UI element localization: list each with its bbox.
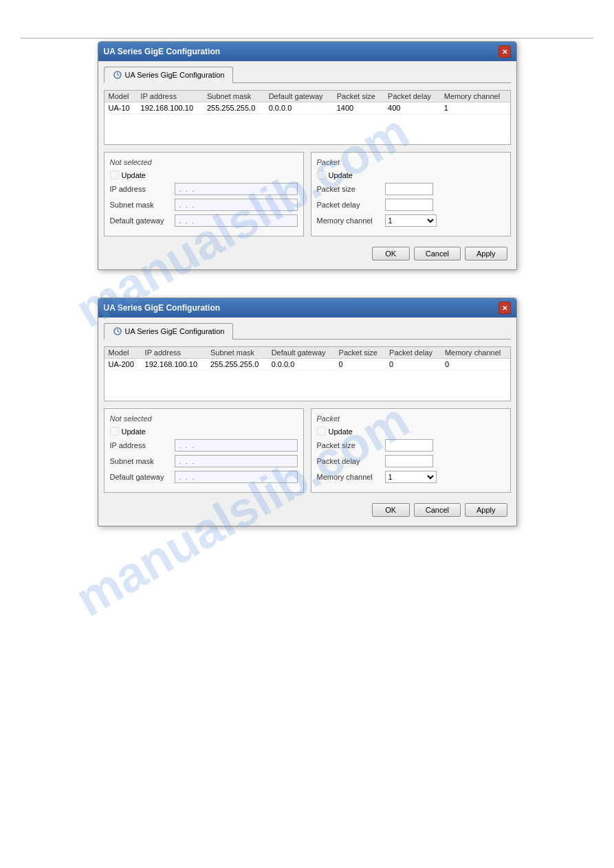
dialog2-table-container: Model IP address Subnet mask Default gat… [104,346,511,401]
dialog2-right-title: Packet [317,414,505,423]
dialog1-right-update-checkbox[interactable] [317,170,326,179]
dialog1-table: Model IP address Subnet mask Default gat… [105,91,510,114]
col-subnet: Subnet mask [203,91,265,102]
dialog1-ip-input[interactable] [175,183,298,195]
dialog1-apply-button[interactable]: Apply [465,247,507,260]
dialog2: UA Series GigE Configuration ✕ UA Series… [98,298,517,526]
dialog2-subnet-row: Subnet mask [110,455,298,467]
dialog1-packet-size-row: Packet size [317,183,505,195]
dialog2-left-title: Not selected [110,414,298,423]
dialog1-title-text: UA Series GigE Configuration [104,47,221,56]
config-icon-2 [113,326,122,336]
dialog1-left-update-checkbox[interactable] [110,170,119,179]
dialog1-right-title: Packet [317,158,505,166]
dialog2-subnet-label: Subnet mask [110,457,172,465]
col2-packet-size: Packet size [335,347,386,359]
top-divider [21,38,593,38]
dialog1-cancel-button[interactable]: Cancel [414,247,461,260]
dialog2-ip-label: IP address [110,441,172,449]
dialog1-subnet-row: Subnet mask [110,199,298,211]
dialog1-left-section: Not selected Update IP address Subnet ma… [104,152,304,236]
dialog1-memory-label: Memory channel [317,216,382,225]
col-gateway: Default gateway [265,91,333,102]
dialog1-packet-size-input[interactable] [385,183,433,195]
dialog1-subnet-input[interactable] [175,199,298,211]
dialog2-ok-button[interactable]: OK [372,503,410,517]
dialog2-title-text: UA Series GigE Configuration [104,303,221,313]
dialog1-packet-delay-label: Packet delay [317,201,382,209]
col2-model: Model [105,347,141,359]
dialog2-titlebar: UA Series GigE Configuration ✕ [98,298,516,318]
dialog1-form-area: Not selected Update IP address Subnet ma… [104,152,511,236]
dialog2-tab-strip: UA Series GigE Configuration [104,323,511,340]
col2-ip: IP address [141,347,206,359]
dialog1-subnet-label: Subnet mask [110,201,172,209]
dialog2-right-update-checkbox[interactable] [317,427,326,436]
table-row[interactable]: UA-200192.168.100.10255.255.255.00.0.0.0… [105,359,510,370]
dialog2-subnet-input[interactable] [175,455,298,467]
col-packet-size: Packet size [333,91,384,102]
dialog2-memory-select[interactable]: 1 2 3 4 [385,471,437,483]
dialog1-table-container: Model IP address Subnet mask Default gat… [104,90,511,145]
dialog2-button-row: OK Cancel Apply [104,500,511,520]
dialog2-gateway-input[interactable] [175,471,298,483]
dialog2-memory-row: Memory channel 1 2 3 4 [317,471,505,483]
dialog2-table: Model IP address Subnet mask Default gat… [105,347,510,370]
dialog2-right-section: Packet Update Packet size Packet delay [311,408,511,493]
col2-gateway: Default gateway [267,347,335,359]
dialog2-left-update-label: Update [122,427,146,436]
dialog2-close-button[interactable]: ✕ [498,302,511,314]
dialog1-packet-size-label: Packet size [317,185,382,193]
dialog1-body: UA Series GigE Configuration Model IP ad… [98,61,516,269]
col-model: Model [105,91,137,102]
dialog1-right-update-row: Update [317,170,505,179]
dialog2-right-update-row: Update [317,427,505,436]
dialog1-tab-strip: UA Series GigE Configuration [104,67,511,83]
dialog2-memory-label: Memory channel [317,473,382,481]
dialog1-packet-delay-input[interactable] [385,199,433,211]
dialog1-left-update-row: Update [110,170,298,179]
config-icon [113,70,122,80]
col2-packet-delay: Packet delay [385,347,441,359]
dialog2-tab-label: UA Series GigE Configuration [125,327,225,335]
dialog1-title-area: UA Series GigE Configuration [104,47,221,56]
dialog1-tab-label: UA Series GigE Configuration [125,71,225,79]
col-ip: IP address [137,91,203,102]
dialog1-button-row: OK Cancel Apply [104,243,511,264]
dialog2-packet-size-label: Packet size [317,441,382,449]
dialog2-ip-row: IP address [110,439,298,452]
dialog1: UA Series GigE Configuration ✕ UA Series… [98,41,517,270]
dialog2-right-update-label: Update [329,427,353,436]
dialog1-right-update-label: Update [329,171,353,179]
dialog2-gateway-row: Default gateway [110,471,298,483]
dialog2-apply-button[interactable]: Apply [465,503,507,517]
dialog1-titlebar: UA Series GigE Configuration ✕ [98,42,516,61]
dialog1-memory-select[interactable]: 1 2 3 4 [385,214,437,227]
dialog1-ok-button[interactable]: OK [372,247,410,260]
dialog1-gateway-row: Default gateway [110,214,298,227]
table-row[interactable]: UA-10192.168.100.10255.255.255.00.0.0.01… [105,102,510,114]
dialog1-left-title: Not selected [110,158,298,166]
dialog2-cancel-button[interactable]: Cancel [414,503,461,517]
dialog2-packet-delay-row: Packet delay [317,455,505,467]
dialog2-tab[interactable]: UA Series GigE Configuration [104,323,234,340]
dialog1-packet-delay-row: Packet delay [317,199,505,211]
dialog2-ip-input[interactable] [175,439,298,452]
dialog1-gateway-label: Default gateway [110,216,172,225]
dialog2-left-section: Not selected Update IP address Subnet ma… [104,408,304,493]
dialog1-left-update-label: Update [122,171,146,179]
dialog2-form-area: Not selected Update IP address Subnet ma… [104,408,511,493]
dialog1-gateway-input[interactable] [175,214,298,227]
col2-subnet: Subnet mask [206,347,267,359]
col-packet-delay: Packet delay [384,91,440,102]
dialog2-packet-size-input[interactable] [385,439,433,452]
dialog2-packet-delay-input[interactable] [385,455,433,467]
dialog1-close-button[interactable]: ✕ [498,45,511,58]
dialog2-left-update-checkbox[interactable] [110,427,119,436]
dialog2-left-update-row: Update [110,427,298,436]
dialog1-ip-row: IP address [110,183,298,195]
col-memory: Memory channel [440,91,510,102]
dialog2-title-area: UA Series GigE Configuration [104,303,221,313]
dialog2-body: UA Series GigE Configuration Model IP ad… [98,318,516,526]
dialog1-tab[interactable]: UA Series GigE Configuration [104,67,234,83]
